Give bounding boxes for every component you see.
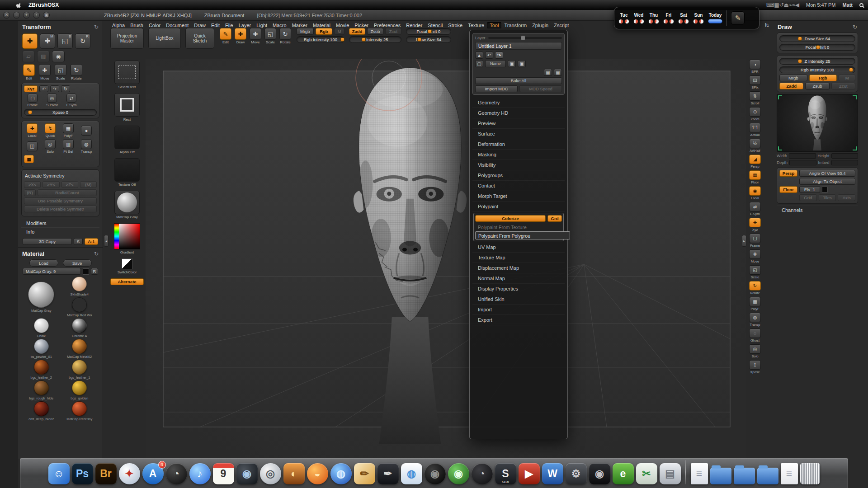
spin-icon[interactable]: ↻ xyxy=(61,85,70,92)
floor-button[interactable]: ▦ Floor xyxy=(749,170,761,184)
palette-refresh-icon[interactable]: ↻ xyxy=(853,24,857,30)
draw-size-slider[interactable]: Draw Size 64 xyxy=(779,35,855,42)
projection-master-button[interactable]: Projection Master xyxy=(110,28,144,49)
set-pivot-icon[interactable]: ◎ xyxy=(47,94,57,103)
zcut-button[interactable]: Zcut xyxy=(385,28,401,35)
radial-symmetry-button[interactable]: (R) xyxy=(24,189,36,196)
tool-menu-item[interactable]: Geometry HD xyxy=(472,108,565,118)
tool-menu-item[interactable]: Preview xyxy=(472,118,565,129)
blue-folder-1[interactable] xyxy=(710,468,731,484)
radial-count-slider[interactable]: RadialCount xyxy=(38,189,97,196)
bgs-rough-hide[interactable]: bgs_rough_hide xyxy=(23,380,60,400)
bridge[interactable]: Br xyxy=(95,463,117,484)
menu-item[interactable]: Texture xyxy=(465,22,487,28)
stroke-selector[interactable]: SelectRect xyxy=(114,61,140,89)
marker-button[interactable]: ▨ xyxy=(37,51,50,62)
imbed-field[interactable] xyxy=(831,160,858,165)
camera-app[interactable]: ◎ xyxy=(260,463,281,484)
menu-item[interactable]: Light xyxy=(254,22,270,28)
layer-intensity-slider[interactable] xyxy=(488,37,562,39)
transparency-button[interactable]: ◍ Transp xyxy=(78,139,94,154)
menu-item[interactable]: Marker xyxy=(289,22,310,28)
layer-record-button[interactable]: ▢ xyxy=(475,60,483,67)
menubar-clock[interactable]: Mon 5:47 PM xyxy=(806,2,835,8)
menu-item[interactable]: Brush xyxy=(127,22,146,28)
switch-color[interactable]: SwitchColor xyxy=(118,258,137,274)
zoom-window-button[interactable]: + xyxy=(23,12,30,19)
axis-button[interactable]: Axis xyxy=(838,194,855,201)
tool-menu-item[interactable]: Morph Target xyxy=(472,191,565,202)
apple-menu-icon[interactable] xyxy=(16,2,22,8)
dvd-player[interactable]: ◉ xyxy=(425,463,446,484)
zsub-button[interactable]: Zsub xyxy=(367,28,383,35)
pencil-app[interactable]: ✏ xyxy=(354,463,375,484)
video-camera-app[interactable]: ◉ xyxy=(589,463,610,484)
cmt-deep-bronze[interactable]: cmt_deep_bronz xyxy=(23,401,60,421)
persp-button[interactable]: ◢ Persp xyxy=(749,155,761,169)
tool-menu-item[interactable]: Geometry xyxy=(472,98,565,108)
s-button[interactable]: S xyxy=(74,238,83,245)
rgb-button[interactable]: Rgb xyxy=(809,75,837,81)
layer-duplicate-icon[interactable]: ▣ xyxy=(508,60,516,67)
blue-folder-2[interactable] xyxy=(734,468,755,484)
bake-all-button[interactable]: Bake All xyxy=(475,77,562,84)
ghost-button[interactable]: ◌ Ghost xyxy=(749,328,761,343)
local-symmetry-icon[interactable]: ⇄ xyxy=(66,94,76,103)
finder[interactable]: ☺ xyxy=(48,463,70,484)
tool-menu-item[interactable]: Normal Map xyxy=(472,273,565,284)
scale-mode-button[interactable]: ◱ S xyxy=(57,33,73,49)
word[interactable]: W xyxy=(542,463,563,484)
matcap-metal02[interactable]: MatCap Metal02 xyxy=(61,339,99,359)
firefox[interactable]: ◒ xyxy=(307,463,328,484)
palette-refresh-icon[interactable]: ↻ xyxy=(94,24,99,30)
calendar-day[interactable]: Tue xyxy=(618,13,629,24)
xpose-button[interactable]: ↥ Xpose xyxy=(749,360,761,374)
aluminum-app[interactable]: ▤ xyxy=(660,463,681,484)
matcap-redclay[interactable]: MatCap RedClay xyxy=(61,401,99,421)
active-app-name[interactable]: ZBrushOSX xyxy=(28,2,59,8)
grd-button[interactable]: Grd xyxy=(547,215,562,222)
menu-item[interactable]: Movie xyxy=(333,22,352,28)
menu-item[interactable]: Document xyxy=(163,22,191,28)
grid-size-slider[interactable]: Grid xyxy=(799,194,817,201)
left-tray-divider-grip[interactable]: ◂ xyxy=(104,235,108,247)
spotlight-icon[interactable] xyxy=(859,3,863,7)
angle-of-view-slider[interactable]: Angle Of View 50.4 xyxy=(799,170,855,177)
floor-button[interactable]: Floor xyxy=(779,186,797,193)
sbx-app[interactable]: S SBX xyxy=(495,463,516,484)
move-mode-button[interactable]: ✚ M xyxy=(40,33,55,49)
minimize-window-button[interactable]: − xyxy=(13,12,20,19)
ical[interactable]: 9 xyxy=(213,463,234,484)
polypaint-from-texture-item[interactable]: Polypaint From Texture xyxy=(475,223,562,231)
rotate-button[interactable]: ↻ Rotate xyxy=(70,64,83,80)
material-color-swatch[interactable] xyxy=(83,268,89,275)
m-button[interactable]: M xyxy=(839,75,855,81)
window-capture-button[interactable]: ▣ xyxy=(43,12,50,19)
align-to-object-button[interactable]: Align To Object xyxy=(799,178,855,185)
tool-menu-item[interactable]: Masking xyxy=(472,150,565,160)
aahalf-button[interactable]: ½ AAHalf xyxy=(749,139,761,153)
inventory-button[interactable]: ▱ xyxy=(22,51,35,62)
layer-merge-down-icon[interactable]: ▦ xyxy=(544,69,552,76)
local-button[interactable]: ◉ Local xyxy=(749,186,761,200)
photoshop[interactable]: Ps xyxy=(72,463,93,484)
menu-item[interactable]: File xyxy=(222,22,236,28)
slider-knob[interactable] xyxy=(798,59,802,63)
tool-menu-item[interactable]: Surface xyxy=(472,129,565,139)
draw-button[interactable]: ✚ Draw xyxy=(234,28,247,44)
tiles-slider[interactable]: Tiles xyxy=(819,194,836,201)
bgs-golden[interactable]: bgs_golden xyxy=(61,380,99,400)
app-store[interactable]: A 4 xyxy=(142,463,164,484)
menu-item[interactable]: Tool xyxy=(487,22,501,28)
menu-item[interactable]: Transform xyxy=(501,22,529,28)
lightbox-button[interactable]: LightBox xyxy=(148,28,181,49)
alternate-button[interactable]: Alternate xyxy=(110,278,144,285)
menu-item[interactable]: Preferences xyxy=(371,22,403,28)
slider-knob[interactable] xyxy=(362,38,366,42)
layer-split-icon[interactable]: ▦ xyxy=(554,69,562,76)
slider-knob[interactable] xyxy=(340,38,344,42)
mrgb-button[interactable]: Mrgb xyxy=(297,28,314,35)
switch-color-swatch[interactable] xyxy=(122,258,132,269)
symmetry-axis-button[interactable]: >Z< xyxy=(61,181,78,188)
stroke-rect[interactable]: Rect xyxy=(114,93,140,122)
